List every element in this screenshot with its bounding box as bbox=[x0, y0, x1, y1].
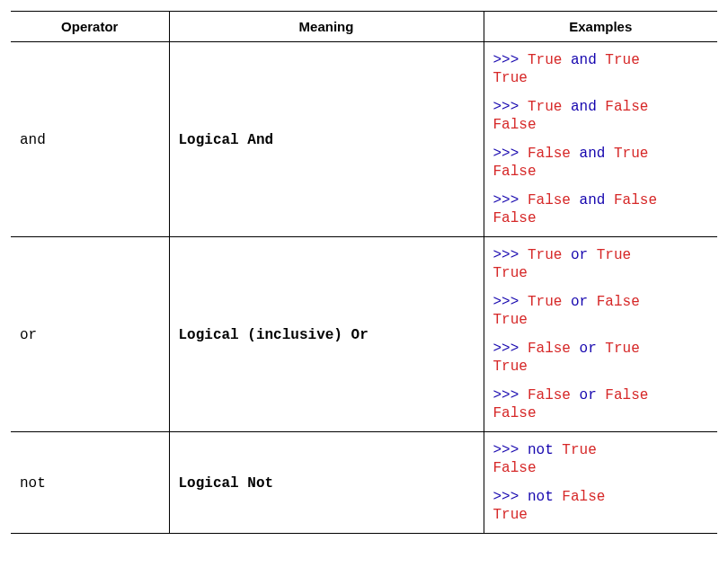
example: >>> True and True True bbox=[493, 51, 709, 87]
col-header-meaning: Meaning bbox=[169, 12, 484, 42]
operand: False bbox=[605, 387, 648, 403]
cell-operator: not bbox=[11, 432, 169, 534]
keyword: and bbox=[580, 192, 606, 208]
operand: False bbox=[597, 294, 640, 310]
repl-prompt: >>> bbox=[493, 247, 519, 263]
example: >>> True and False False bbox=[493, 98, 709, 134]
output: False bbox=[493, 405, 537, 421]
operand: True bbox=[597, 247, 631, 263]
keyword: and bbox=[580, 146, 606, 162]
operand: False bbox=[562, 489, 605, 505]
example: >>> True or False True bbox=[493, 293, 709, 329]
keyword: not bbox=[528, 442, 554, 458]
keyword: not bbox=[528, 489, 554, 505]
operand: True bbox=[528, 294, 562, 310]
repl-prompt: >>> bbox=[493, 442, 519, 458]
output: True bbox=[493, 70, 528, 86]
operand: True bbox=[528, 247, 562, 263]
cell-meaning: Logical (inclusive) Or bbox=[169, 237, 484, 432]
output: True bbox=[493, 312, 528, 328]
operand: True bbox=[562, 442, 596, 458]
operand: True bbox=[605, 52, 639, 68]
example: >>> True or True True bbox=[493, 246, 709, 282]
operand: False bbox=[605, 99, 648, 115]
output: True bbox=[493, 507, 528, 523]
repl-prompt: >>> bbox=[493, 146, 519, 162]
cell-examples: >>> True or True True >>> True or False … bbox=[484, 237, 717, 432]
operand: False bbox=[528, 341, 571, 357]
keyword: and bbox=[571, 52, 597, 68]
cell-operator: and bbox=[11, 42, 169, 237]
col-header-examples: Examples bbox=[484, 12, 717, 42]
col-header-operator: Operator bbox=[11, 12, 169, 42]
repl-prompt: >>> bbox=[493, 52, 519, 68]
operand: True bbox=[605, 341, 639, 357]
logical-operators-table: Operator Meaning Examples and Logical An… bbox=[11, 11, 717, 534]
keyword: or bbox=[580, 341, 597, 357]
operand: True bbox=[528, 99, 562, 115]
operand: False bbox=[528, 146, 571, 162]
cell-examples: >>> not True False >>> not False True bbox=[484, 432, 717, 534]
output: False bbox=[493, 117, 537, 133]
example: >>> False or False False bbox=[493, 386, 709, 422]
cell-examples: >>> True and True True >>> True and Fals… bbox=[484, 42, 717, 237]
repl-prompt: >>> bbox=[493, 294, 519, 310]
output: False bbox=[493, 210, 537, 226]
table-row: not Logical Not >>> not True False >>> n… bbox=[11, 432, 717, 534]
output: False bbox=[493, 460, 537, 476]
operand: False bbox=[528, 192, 571, 208]
cell-operator: or bbox=[11, 237, 169, 432]
repl-prompt: >>> bbox=[493, 489, 519, 505]
example: >>> False or True True bbox=[493, 340, 709, 376]
cell-meaning: Logical And bbox=[169, 42, 484, 237]
output: True bbox=[493, 265, 528, 281]
keyword: or bbox=[571, 294, 588, 310]
keyword: or bbox=[580, 387, 597, 403]
table-header-row: Operator Meaning Examples bbox=[11, 12, 717, 42]
repl-prompt: >>> bbox=[493, 387, 519, 403]
keyword: and bbox=[571, 99, 597, 115]
keyword: or bbox=[571, 247, 588, 263]
output: False bbox=[493, 164, 537, 180]
repl-prompt: >>> bbox=[493, 341, 519, 357]
repl-prompt: >>> bbox=[493, 192, 519, 208]
repl-prompt: >>> bbox=[493, 99, 519, 115]
table-row: or Logical (inclusive) Or >>> True or Tr… bbox=[11, 237, 717, 432]
example: >>> False and False False bbox=[493, 191, 709, 227]
example: >>> False and True False bbox=[493, 145, 709, 181]
operand: False bbox=[614, 192, 657, 208]
example: >>> not True False bbox=[493, 441, 709, 477]
operand: True bbox=[528, 52, 562, 68]
operand: True bbox=[614, 146, 648, 162]
operand: False bbox=[528, 387, 571, 403]
cell-meaning: Logical Not bbox=[169, 432, 484, 534]
example: >>> not False True bbox=[493, 488, 709, 524]
output: True bbox=[493, 359, 528, 375]
table-row: and Logical And >>> True and True True >… bbox=[11, 42, 717, 237]
